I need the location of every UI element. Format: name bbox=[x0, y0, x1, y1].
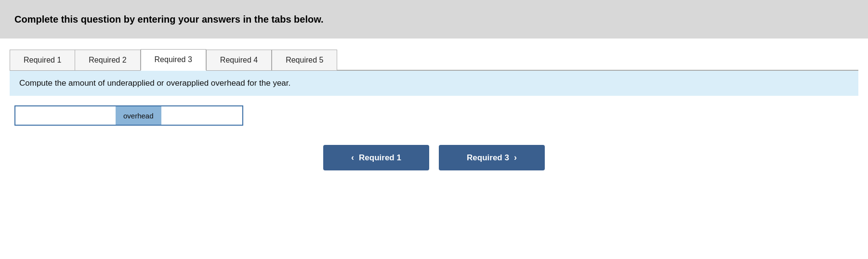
overhead-left-input[interactable] bbox=[14, 105, 116, 126]
tab-required-2[interactable]: Required 2 bbox=[75, 50, 140, 71]
header-instruction: Complete this question by entering your … bbox=[14, 14, 324, 25]
prev-button[interactable]: ‹ Required 1 bbox=[323, 145, 429, 170]
header-bar: Complete this question by entering your … bbox=[0, 0, 868, 39]
next-chevron-icon: › bbox=[514, 153, 517, 163]
prev-button-label: Required 1 bbox=[359, 153, 401, 163]
tabs-container: Required 1 Required 2 Required 3 Require… bbox=[10, 48, 858, 71]
next-button[interactable]: Required 3 › bbox=[439, 145, 545, 170]
tab-required-1[interactable]: Required 1 bbox=[10, 50, 75, 71]
overhead-right-input[interactable] bbox=[161, 105, 243, 126]
navigation-row: ‹ Required 1 Required 3 › bbox=[10, 135, 858, 185]
input-row: overhead bbox=[14, 105, 854, 126]
tab-required-5[interactable]: Required 5 bbox=[272, 50, 337, 71]
tab-required-4[interactable]: Required 4 bbox=[206, 50, 272, 71]
prev-chevron-icon: ‹ bbox=[351, 153, 354, 163]
tab-required-3[interactable]: Required 3 bbox=[141, 49, 206, 71]
main-content: Required 1 Required 2 Required 3 Require… bbox=[0, 39, 868, 185]
instruction-text: Compute the amount of underapplied or ov… bbox=[19, 78, 290, 88]
overhead-label: overhead bbox=[116, 105, 161, 126]
instruction-bar: Compute the amount of underapplied or ov… bbox=[10, 71, 858, 96]
next-button-label: Required 3 bbox=[467, 153, 509, 163]
